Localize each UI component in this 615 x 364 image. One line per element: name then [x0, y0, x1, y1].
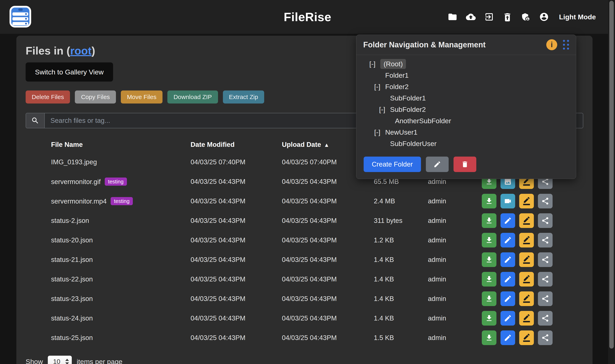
- table-row: status-21.json04/03/25 04:43PM04/03/25 0…: [26, 250, 583, 269]
- edit-file-button[interactable]: [500, 291, 515, 306]
- file-name[interactable]: status-2.json: [51, 217, 89, 224]
- date-modified-cell: 04/03/25 04:43PM: [191, 314, 282, 322]
- download-button[interactable]: [482, 252, 497, 267]
- download-button[interactable]: [482, 311, 497, 325]
- folder-tree-label[interactable]: NewUser1: [385, 128, 418, 136]
- cloud-upload-icon[interactable]: [466, 12, 476, 22]
- folder-tree-label[interactable]: SubFolder2: [390, 105, 426, 114]
- scrollbar-thumb[interactable]: [609, 1, 614, 349]
- file-name[interactable]: status-24.json: [51, 314, 93, 322]
- folder-tree: [-](Root)Folder1[-]Folder2SubFolder1[-]S…: [356, 55, 576, 149]
- tree-collapse-toggle[interactable]: [-]: [374, 128, 385, 136]
- share-file-button[interactable]: [538, 194, 552, 208]
- info-icon[interactable]: i: [546, 39, 557, 50]
- row-checkbox-cell: [26, 236, 51, 244]
- row-checkbox-cell: [26, 197, 51, 205]
- switch-gallery-view-button[interactable]: Switch to Gallery View: [26, 63, 113, 81]
- root-folder-link[interactable]: root: [70, 45, 92, 57]
- edit-file-button[interactable]: [500, 330, 515, 345]
- uploader-cell: admin: [428, 256, 482, 263]
- rename-file-button[interactable]: [519, 272, 534, 286]
- rename-file-button[interactable]: [519, 233, 534, 247]
- rename-folder-button[interactable]: [426, 156, 449, 172]
- column-header-file-name[interactable]: File Name: [51, 141, 191, 148]
- download-button[interactable]: [482, 291, 497, 306]
- column-header-date-modified[interactable]: Date Modified: [191, 141, 282, 148]
- file-name[interactable]: servermonitor.mp4: [51, 197, 106, 205]
- rename-file-button[interactable]: [519, 194, 534, 208]
- download-button[interactable]: [482, 330, 497, 345]
- share-file-button[interactable]: [538, 213, 552, 228]
- share-file-button[interactable]: [538, 252, 552, 267]
- folder-tree-label[interactable]: SubFolder1: [390, 94, 426, 102]
- file-size-cell: 1.4 KB: [374, 314, 428, 322]
- file-name[interactable]: status-22.json: [51, 275, 93, 283]
- preview-video-button[interactable]: [500, 194, 515, 208]
- share-file-button[interactable]: [538, 272, 552, 286]
- folder-tree-label[interactable]: Folder2: [385, 83, 409, 91]
- row-actions: [482, 252, 583, 267]
- rename-file-button[interactable]: [519, 213, 534, 228]
- folder-tree-label[interactable]: (Root): [380, 59, 406, 69]
- upload-date-cell: 04/03/25 04:43PM: [282, 217, 374, 224]
- upload-date-cell: 04/03/25 04:43PM: [282, 275, 374, 283]
- admin-users-icon[interactable]: [521, 12, 531, 22]
- tree-collapse-toggle[interactable]: [-]: [369, 60, 380, 68]
- rename-file-button[interactable]: [519, 330, 534, 345]
- tree-collapse-toggle[interactable]: [-]: [374, 83, 385, 91]
- zip-files-button[interactable]: Download ZIP: [167, 91, 218, 104]
- folder-tree-item: AnotherSubFolder: [356, 115, 576, 127]
- edit-file-button[interactable]: [500, 233, 515, 247]
- upload-date-cell: 04/03/25 04:43PM: [282, 314, 374, 322]
- extract-files-button[interactable]: Extract Zip: [223, 91, 264, 104]
- file-name[interactable]: status-20.json: [51, 236, 93, 244]
- rename-file-button[interactable]: [519, 311, 534, 325]
- copy-files-button[interactable]: Copy Files: [75, 91, 116, 104]
- folder-panel-header: Folder Navigation & Management i: [356, 35, 576, 55]
- download-button[interactable]: [482, 194, 497, 208]
- table-row: status-23.json04/03/25 04:43PM04/03/25 0…: [26, 289, 583, 309]
- delete-files-button[interactable]: Delete Files: [26, 91, 70, 104]
- row-actions: [482, 330, 583, 345]
- file-name[interactable]: status-21.json: [51, 256, 93, 263]
- edit-file-button[interactable]: [500, 311, 515, 325]
- rename-file-button[interactable]: [519, 291, 534, 306]
- share-file-button[interactable]: [538, 291, 552, 306]
- share-file-button[interactable]: [538, 233, 552, 247]
- logout-icon[interactable]: [484, 12, 494, 22]
- items-per-page-select[interactable]: 10: [48, 356, 72, 364]
- account-circle-icon[interactable]: [539, 12, 549, 22]
- row-checkbox-cell: [26, 275, 51, 283]
- tree-collapse-toggle[interactable]: [-]: [379, 105, 390, 114]
- folder-tree-label[interactable]: Folder1: [385, 71, 409, 79]
- edit-file-button[interactable]: [500, 252, 515, 267]
- pagination: Show 10 items per page: [26, 356, 583, 364]
- edit-file-button[interactable]: [500, 272, 515, 286]
- share-file-button[interactable]: [538, 330, 552, 345]
- delete-folder-button[interactable]: [454, 156, 476, 172]
- file-name[interactable]: status-25.json: [51, 334, 93, 341]
- rename-file-button[interactable]: [519, 252, 534, 267]
- restore-trash-icon[interactable]: [503, 12, 512, 22]
- folder-icon[interactable]: [448, 12, 457, 22]
- light-mode-toggle[interactable]: Light Mode: [559, 13, 596, 21]
- row-actions: [482, 311, 583, 325]
- file-name-cell: status-20.json: [51, 236, 191, 244]
- download-button[interactable]: [482, 213, 497, 228]
- file-name[interactable]: IMG_0193.jpeg: [51, 158, 97, 166]
- file-name[interactable]: status-23.json: [51, 295, 93, 302]
- file-name-cell: status-22.json: [51, 275, 191, 283]
- file-name-cell: status-24.json: [51, 314, 191, 322]
- share-file-button[interactable]: [538, 311, 552, 325]
- edit-file-button[interactable]: [500, 213, 515, 228]
- heading-suffix: ): [92, 45, 95, 57]
- folder-tree-label[interactable]: AnotherSubFolder: [395, 117, 451, 125]
- file-name[interactable]: servermonitor.gif: [51, 178, 101, 185]
- topbar-actions: Light Mode: [448, 0, 596, 34]
- download-button[interactable]: [482, 272, 497, 286]
- drag-handle-icon[interactable]: [563, 40, 569, 50]
- download-button[interactable]: [482, 233, 497, 247]
- create-folder-button[interactable]: Create Folder: [364, 156, 421, 172]
- folder-tree-label[interactable]: SubFolderUser: [390, 140, 437, 148]
- move-files-button[interactable]: Move Files: [121, 91, 162, 104]
